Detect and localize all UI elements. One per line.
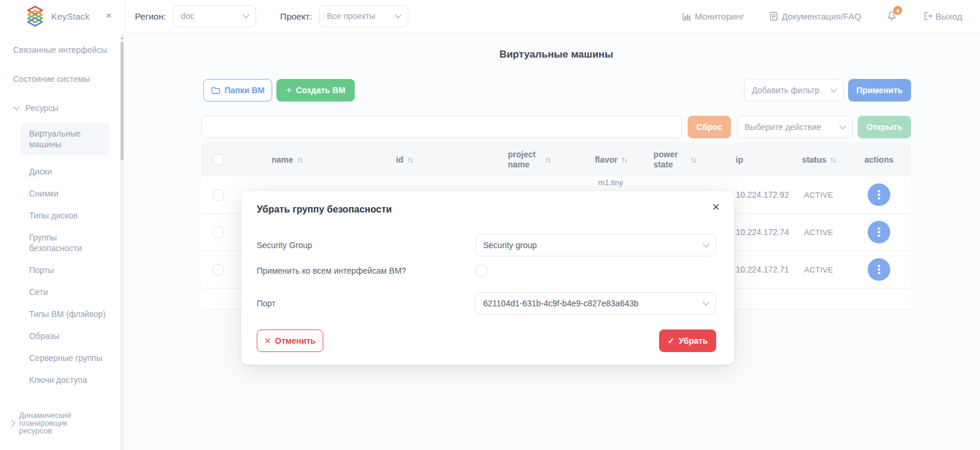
row-checkbox[interactable] [213,227,224,238]
scrollbar-thumb[interactable] [121,42,124,160]
row-actions-button[interactable] [868,183,890,206]
column-header-name[interactable]: name↑↓ [235,142,339,176]
create-vm-button[interactable]: + Создать ВМ [276,79,355,102]
status-badge: ACTIVE [790,251,847,288]
select-all-checkbox[interactable] [213,154,224,165]
sidebar-item-access-keys[interactable]: Ключи доступа [29,375,125,385]
vm-folders-button[interactable]: Папки ВМ [203,79,272,102]
reset-button[interactable]: Сброс [688,116,731,138]
sidebar-collapse-icon[interactable]: × [106,10,112,22]
row-checkbox[interactable] [213,264,224,275]
sidebar: KeyStack × Связанные интерфейсы Состояни… [0,0,125,450]
logout-icon [922,11,932,21]
plus-icon: + [286,84,292,96]
sidebar-item-vm-types[interactable]: Типы ВМ (флэйвор) [29,309,125,319]
project-label: Проект: [280,11,312,21]
add-filter-select[interactable]: Добавить фильтр [744,79,844,102]
monitoring-link[interactable]: Мониторинг [682,11,744,21]
remove-security-group-modal: Убрать группу безопасности × Security Gr… [241,191,734,365]
notifications-badge: 4 [893,6,902,15]
sidebar-item-ports[interactable]: Порты [29,265,125,275]
search-input[interactable] [201,116,682,138]
chevron-down-icon [395,11,401,18]
apply-all-interfaces-label: Применить ко всем интерфейсам ВМ? [257,266,406,275]
main-content: Виртуальные машины Папки ВМ + Создать ВМ… [125,33,980,450]
logo-row: KeyStack × [0,0,125,32]
sidebar-nav: Связанные интерфейсы Состояние системы Р… [0,32,125,385]
port-select[interactable]: 621104d1-631b-4c9f-b4e9-c827e83a643b [475,292,716,315]
sidebar-item-server-groups[interactable]: Серверные группы [29,353,125,363]
sidebar-item-networks[interactable]: Сети [29,287,125,297]
remove-button[interactable]: ✓ Убрать [659,329,716,352]
cancel-button[interactable]: × Отменить [257,329,323,352]
status-badge: ACTIVE [790,214,847,251]
documentation-link[interactable]: Документация/FAQ [769,11,861,21]
brand-name: KeyStack [51,11,90,21]
chevron-down-icon [839,122,846,129]
region-select[interactable]: doc [173,5,256,27]
apply-button[interactable]: Применить [848,79,911,102]
sort-icon[interactable]: ↑↓ [545,155,550,164]
column-header-actions: actions [847,142,911,176]
row-actions-button[interactable] [868,221,890,243]
topbar-right: Мониторинг Документация/FAQ [682,10,980,22]
modal-close-icon[interactable]: × [712,199,720,215]
chevron-down-icon [243,11,250,18]
row-checkbox[interactable] [213,189,224,201]
project-select[interactable]: Все проекты [319,5,408,27]
sort-icon[interactable]: ↑↓ [297,155,302,164]
sort-icon[interactable]: ↑↓ [621,155,626,164]
column-header-status[interactable]: status↑↓ [790,142,847,176]
folder-icon [211,86,220,95]
apply-all-interfaces-checkbox[interactable] [475,265,487,277]
topbar: Регион: doc Проект: Все проекты Монит [125,0,980,33]
port-label: Порт [257,299,276,308]
x-icon: × [264,335,271,347]
sidebar-item-dynamic-scheduler[interactable]: Динамический планировщик ресурсов [10,411,92,435]
security-group-select[interactable]: Security group [475,234,716,256]
logout-link[interactable]: Выход [922,11,962,21]
sidebar-item-security-groups[interactable]: Группы безопасности [29,232,106,253]
notifications-button[interactable]: 4 [886,10,897,22]
sort-icon[interactable]: ↑↓ [830,155,836,164]
chevron-right-icon [8,420,15,426]
sidebar-item-disks[interactable]: Диски [29,166,125,177]
open-button[interactable]: Открыть [858,116,911,138]
sidebar-item-system-state[interactable]: Состояние системы [0,74,125,84]
column-header-project-name[interactable]: project name↑↓ [469,142,588,176]
chevron-down-icon [702,299,709,305]
document-icon [769,11,779,21]
status-badge: ACTIVE [790,176,847,213]
action-select[interactable]: Выберите действие [737,116,853,138]
security-group-field: Security Group Security group [257,234,716,256]
sidebar-item-disk-types[interactable]: Типы дисков [29,210,125,221]
port-field: Порт 621104d1-631b-4c9f-b4e9-c827e83a643… [257,292,716,315]
column-header-id[interactable]: id↑↓ [339,142,469,176]
monitoring-icon [682,11,692,21]
scrollbar-up-icon[interactable]: ▲ [120,36,124,40]
sidebar-item-snapshots[interactable]: Снимки [29,188,125,199]
column-header-flavor[interactable]: flavor↑↓ [588,142,633,176]
sort-icon[interactable]: ↑↓ [407,155,412,164]
sidebar-item-images[interactable]: Образы [29,331,125,341]
modal-actions: × Отменить ✓ Убрать [257,329,716,352]
column-header-power-state[interactable]: power state↑↓ [633,142,716,176]
row-actions-button[interactable] [868,258,890,281]
chevron-down-icon [13,103,20,110]
check-icon: ✓ [667,336,675,346]
app: KeyStack × Связанные интерфейсы Состояни… [0,0,980,450]
table-header: name↑↓ id↑↓ project name↑↓ flavor↑↓ powe… [201,142,911,176]
sidebar-item-related-interfaces[interactable]: Связанные интерфейсы [0,45,125,55]
sidebar-item-virtual-machines[interactable]: Виртуальные машины [21,122,110,156]
column-header-ip: ip [716,142,790,176]
region-label: Регион: [135,11,166,21]
chevron-down-icon [702,240,709,247]
apply-all-interfaces-field: Применить ко всем интерфейсам ВМ? [257,265,716,277]
keystack-logo-icon [26,5,44,27]
security-group-label: Security Group [257,240,312,250]
sort-icon[interactable]: ↑↓ [691,155,696,164]
sidebar-item-resources[interactable]: Ресурсы [0,103,125,113]
page-title: Виртуальные машины [201,49,911,61]
chevron-down-icon [830,85,837,92]
sidebar-scrollbar: ▲ [120,34,124,450]
